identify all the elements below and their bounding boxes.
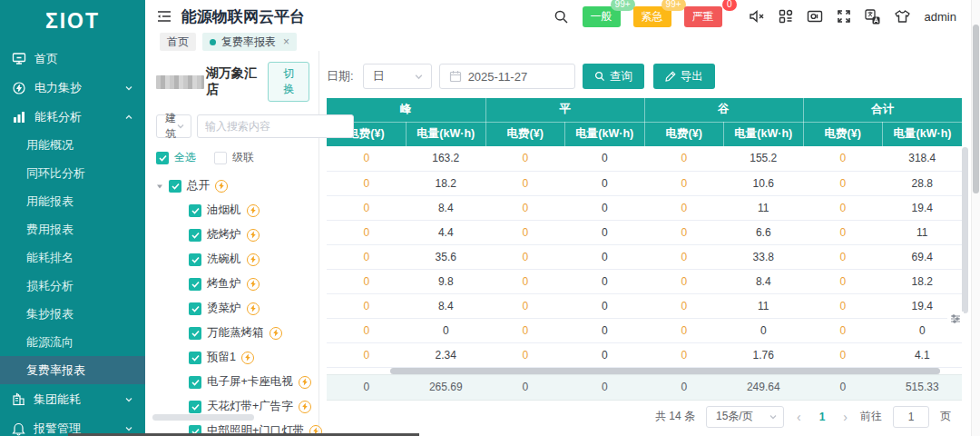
tree-item[interactable]: 电子屏+卡座电视 (156, 370, 309, 394)
tree-checkbox[interactable] (189, 253, 201, 266)
fee-cell[interactable]: 0 (485, 318, 565, 342)
query-button[interactable]: 查询 (583, 64, 644, 89)
scrollbar-thumb[interactable] (390, 368, 940, 374)
page-scrollbar-thumb[interactable] (973, 25, 979, 193)
alarm-badge[interactable]: 一般99+ (583, 6, 621, 27)
tree-item[interactable]: 烤鱼炉 (156, 272, 309, 296)
fee-cell[interactable]: 0 (644, 146, 724, 171)
search-icon[interactable] (554, 9, 569, 25)
fee-cell[interactable]: 0 (803, 293, 883, 318)
tree-item[interactable]: 烫菜炉 (156, 296, 309, 321)
select-all-checkbox[interactable] (156, 152, 169, 164)
tree-item[interactable]: 预留1 (156, 345, 309, 370)
fee-cell[interactable]: 0 (327, 171, 407, 195)
next-page-button[interactable]: › (841, 410, 849, 424)
sidebar-item-集抄报表[interactable]: 集抄报表 (0, 300, 145, 328)
alarm-badge[interactable]: 紧急99+ (633, 6, 671, 27)
sidebar-item-电力集抄[interactable]: 电力集抄 (0, 74, 145, 102)
goto-page-input[interactable] (893, 406, 929, 428)
fee-cell[interactable]: 0 (327, 269, 407, 293)
fullscreen-icon[interactable] (837, 9, 851, 24)
tree-checkbox[interactable] (189, 352, 201, 364)
screen-cast-icon[interactable] (807, 10, 823, 24)
page-size-select[interactable]: 15条/页 (706, 406, 784, 428)
cascade-option[interactable]: 级联 (214, 150, 254, 165)
tree-item[interactable]: 烧烤炉 (156, 223, 309, 247)
fee-cell[interactable]: 0 (644, 220, 724, 244)
fee-cell[interactable]: 0 (327, 146, 407, 171)
fee-cell[interactable]: 0 (803, 195, 883, 220)
tree-checkbox[interactable] (169, 180, 181, 193)
theme-shirt-icon[interactable] (894, 9, 911, 24)
period-select[interactable]: 日 (363, 64, 432, 89)
fee-cell[interactable]: 0 (485, 269, 565, 293)
fee-cell[interactable]: 0 (803, 318, 883, 342)
tree-checkbox[interactable] (189, 401, 201, 413)
fee-cell[interactable]: 0 (803, 146, 883, 171)
cascade-checkbox[interactable] (214, 152, 227, 164)
tab-home[interactable]: 首页 (160, 33, 196, 51)
user-name[interactable]: admin (925, 10, 956, 24)
fee-cell[interactable]: 0 (485, 171, 565, 195)
switch-store-button[interactable]: 切换 (268, 62, 309, 102)
fee-cell[interactable]: 0 (485, 195, 565, 220)
tree-item[interactable]: 万能蒸烤箱 (156, 321, 309, 345)
fee-cell[interactable]: 0 (644, 269, 724, 293)
fee-cell[interactable]: 0 (644, 171, 724, 195)
sidebar-item-用能概况[interactable]: 用能概况 (0, 131, 145, 159)
sidebar-item-能耗排名[interactable]: 能耗排名 (0, 243, 145, 272)
sidebar-item-复费率报表[interactable]: 复费率报表 (0, 356, 145, 384)
tab-report-active[interactable]: 复费率报表 × (202, 33, 297, 51)
collapse-menu-icon[interactable] (156, 9, 172, 24)
tree-item-root[interactable]: 总开 (156, 173, 309, 198)
table-vertical-scrollbar[interactable] (962, 147, 968, 313)
fee-cell[interactable]: 0 (327, 220, 407, 244)
tree-checkbox[interactable] (189, 327, 201, 340)
fee-cell[interactable]: 0 (485, 293, 565, 318)
fee-cell[interactable]: 0 (485, 342, 565, 367)
fee-cell[interactable]: 0 (327, 244, 407, 269)
fee-cell[interactable]: 0 (644, 318, 724, 342)
tree-item[interactable]: 油烟机 (156, 198, 309, 223)
fee-cell[interactable]: 0 (803, 269, 883, 293)
category-select[interactable]: 建筑 (156, 114, 191, 138)
fee-cell[interactable]: 0 (485, 220, 565, 244)
tree-horizontal-scrollbar[interactable] (152, 414, 254, 421)
prev-page-button[interactable]: ‹ (795, 410, 803, 424)
fee-cell[interactable]: 0 (485, 244, 565, 269)
fee-cell[interactable]: 0 (644, 342, 724, 367)
tree-checkbox[interactable] (189, 278, 201, 291)
fee-cell[interactable]: 0 (327, 342, 407, 367)
fee-cell[interactable]: 0 (803, 171, 883, 195)
fee-cell[interactable]: 0 (803, 244, 883, 269)
fee-cell[interactable]: 0 (327, 195, 407, 220)
sidebar-item-费用报表[interactable]: 费用报表 (0, 215, 145, 243)
fee-cell[interactable]: 0 (327, 293, 407, 318)
export-button[interactable]: 导出 (653, 64, 715, 89)
column-settings-handle-icon[interactable] (947, 312, 964, 326)
fee-cell[interactable]: 0 (644, 195, 724, 220)
sidebar-item-损耗分析[interactable]: 损耗分析 (0, 272, 145, 300)
alarm-badge[interactable]: 严重0 (684, 6, 722, 27)
mute-icon[interactable] (749, 9, 765, 24)
sidebar-item-首页[interactable]: 首页 (0, 45, 145, 73)
sidebar-item-用能报表[interactable]: 用能报表 (0, 187, 145, 215)
tree-checkbox[interactable] (189, 229, 201, 242)
fee-cell[interactable]: 0 (327, 318, 407, 342)
fee-cell[interactable]: 0 (644, 244, 724, 269)
sidebar-item-同环比分析[interactable]: 同环比分析 (0, 159, 145, 187)
date-picker[interactable]: 2025-11-27 (439, 64, 575, 89)
page-scrollbar[interactable] (971, 0, 980, 436)
tree-item[interactable]: 洗碗机 (156, 247, 309, 272)
tab-close-icon[interactable]: × (283, 35, 289, 48)
select-all-option[interactable]: 全选 (156, 150, 196, 165)
current-page[interactable]: 1 (814, 411, 831, 423)
tree-search-input[interactable] (197, 114, 354, 138)
sidebar-item-能源流向[interactable]: 能源流向 (0, 328, 145, 356)
fee-cell[interactable]: 0 (644, 293, 724, 318)
apps-grid-icon[interactable] (779, 9, 793, 24)
tree-checkbox[interactable] (189, 376, 201, 389)
sidebar-item-集团能耗[interactable]: 集团能耗 (0, 385, 145, 413)
fee-cell[interactable]: 0 (485, 146, 565, 171)
translate-icon[interactable] (865, 9, 880, 25)
